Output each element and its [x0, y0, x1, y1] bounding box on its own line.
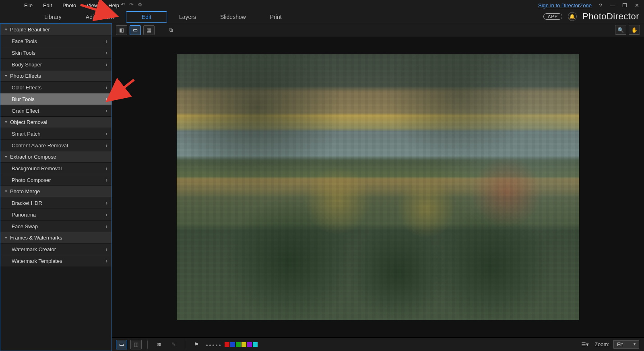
view-compare-icon[interactable]: ◧: [116, 25, 127, 35]
sidebar-group-header[interactable]: ▼Object Removal: [0, 116, 111, 128]
sidebar-item[interactable]: Watermark Creator›: [0, 243, 111, 255]
chevron-right-icon: ›: [105, 211, 107, 218]
flag-icon[interactable]: ⚑: [191, 340, 202, 349]
view-mode-split-icon[interactable]: ◫: [130, 340, 142, 349]
sidebar-item[interactable]: Photo Composer›: [0, 174, 111, 186]
chevron-right-icon: ›: [105, 84, 107, 91]
color-swatch[interactable]: [253, 342, 258, 347]
zoom-value: Fit: [617, 341, 623, 347]
rating-dots[interactable]: [205, 341, 221, 347]
sidebar-item[interactable]: Content Aware Removal›: [0, 139, 111, 151]
sidebar-item-label: Panorama: [12, 212, 36, 218]
pan-tool-icon[interactable]: ✋: [629, 25, 640, 35]
redo-icon[interactable]: ↷: [129, 2, 134, 8]
sidebar-item-label: Content Aware Removal: [12, 142, 68, 149]
maximize-icon[interactable]: ❐: [621, 2, 628, 8]
sidebar-group-title: People Beautifier: [10, 27, 50, 33]
sidebar-item[interactable]: Background Removal›: [0, 162, 111, 174]
sidebar-item[interactable]: Blur Tools›: [0, 93, 111, 105]
sidebar-group-title: Photo Merge: [10, 188, 40, 194]
chevron-right-icon: ›: [105, 61, 107, 68]
color-swatch[interactable]: [236, 342, 241, 347]
canvas-toolbar: ◧ ▭ ▦ ⧉ 🔍 ✋: [112, 23, 644, 37]
menu-edit[interactable]: Edit: [43, 2, 52, 8]
sidebar-item[interactable]: Skin Tools›: [0, 47, 111, 58]
triangle-down-icon: ▼: [4, 120, 8, 124]
filmstrip-toggle-icon[interactable]: ☰▾: [579, 339, 590, 349]
chevron-right-icon: ›: [105, 177, 107, 183]
sidebar-group-header[interactable]: ▼Photo Merge: [0, 186, 111, 197]
secondary-monitor-icon[interactable]: ⧉: [165, 25, 176, 35]
color-swatch[interactable]: [230, 342, 235, 347]
view-mode-normal-icon[interactable]: ▭: [116, 340, 127, 349]
zoom-select[interactable]: Fit ▼: [613, 340, 639, 349]
color-swatch[interactable]: [247, 342, 252, 347]
app-badge[interactable]: APP: [543, 13, 562, 20]
color-swatch[interactable]: [242, 342, 246, 347]
tab-adjustment[interactable]: Adjustment: [74, 11, 126, 23]
sidebar: ▼People BeautifierFace Tools›Skin Tools›…: [0, 23, 112, 351]
view-grid-icon[interactable]: ▦: [143, 25, 155, 35]
chevron-right-icon: ›: [105, 50, 107, 56]
chevron-right-icon: ›: [105, 96, 107, 102]
chevron-right-icon: ›: [105, 38, 107, 44]
sidebar-item-label: Face Swap: [12, 223, 38, 229]
menubar: File Edit Photo View Help ↶ ↷ ⚙ Sign in …: [0, 0, 644, 10]
chevron-right-icon: ›: [105, 142, 107, 149]
sidebar-item-label: Color Effects: [12, 85, 41, 91]
sidebar-item[interactable]: Grain Effect›: [0, 105, 111, 116]
tab-edit[interactable]: Edit: [126, 11, 167, 23]
signin-link[interactable]: Sign in to DirectorZone: [538, 2, 592, 8]
sidebar-item-label: Bracket HDR: [12, 200, 42, 206]
sidebar-group-title: Photo Effects: [10, 73, 41, 79]
sidebar-item[interactable]: Bracket HDR›: [0, 197, 111, 209]
gear-icon[interactable]: ⚙: [138, 2, 142, 8]
quick-tools: ↶ ↷ ⚙: [121, 2, 142, 8]
sidebar-group-header[interactable]: ▼Frames & Watermarks: [0, 232, 111, 243]
tab-library[interactable]: Library: [32, 11, 74, 23]
sidebar-item-label: Photo Composer: [12, 177, 51, 183]
sidebar-group-title: Frames & Watermarks: [10, 235, 62, 241]
sidebar-item[interactable]: Watermark Templates›: [0, 255, 111, 266]
histogram-icon[interactable]: ≋: [153, 340, 165, 349]
chevron-right-icon: ›: [105, 165, 107, 171]
sidebar-item-label: Watermark Creator: [12, 246, 56, 252]
sidebar-item-label: Grain Effect: [12, 108, 39, 114]
sidebar-group-header[interactable]: ▼Extract or Compose: [0, 151, 111, 162]
sidebar-item-label: Background Removal: [12, 165, 62, 171]
sidebar-group-header[interactable]: ▼Photo Effects: [0, 70, 111, 81]
sidebar-group-header[interactable]: ▼People Beautifier: [0, 24, 111, 35]
help-icon[interactable]: ?: [597, 2, 604, 8]
sidebar-item-label: Watermark Templates: [12, 258, 62, 264]
tab-slideshow[interactable]: Slideshow: [208, 11, 258, 23]
zoom-label: Zoom:: [594, 341, 609, 347]
brush-icon[interactable]: ✎: [168, 340, 179, 349]
color-swatch[interactable]: [225, 342, 229, 347]
minimize-icon[interactable]: —: [609, 2, 616, 8]
zoom-tool-icon[interactable]: 🔍: [615, 25, 626, 35]
sidebar-group-title: Object Removal: [10, 119, 47, 125]
sidebar-item[interactable]: Face Tools›: [0, 35, 111, 47]
brand-label: PhotoDirector: [582, 11, 639, 22]
triangle-down-icon: ▼: [4, 74, 8, 78]
sidebar-item-label: Skin Tools: [12, 50, 35, 56]
undo-icon[interactable]: ↶: [121, 2, 125, 8]
close-icon[interactable]: ✕: [634, 2, 640, 8]
canvas-viewport[interactable]: [112, 37, 644, 337]
notification-icon[interactable]: 🔔: [568, 12, 577, 21]
chevron-right-icon: ›: [105, 130, 107, 137]
menu-help[interactable]: Help: [108, 2, 119, 8]
sidebar-item[interactable]: Face Swap›: [0, 220, 111, 232]
sidebar-item[interactable]: Panorama›: [0, 209, 111, 220]
tab-layers[interactable]: Layers: [167, 11, 208, 23]
menu-photo[interactable]: Photo: [62, 2, 76, 8]
sidebar-item[interactable]: Color Effects›: [0, 81, 111, 93]
menu-view[interactable]: View: [87, 2, 98, 8]
view-single-icon[interactable]: ▭: [130, 25, 141, 35]
sidebar-item[interactable]: Body Shaper›: [0, 58, 111, 70]
color-labels: [225, 342, 258, 347]
menu-file[interactable]: File: [24, 2, 33, 8]
tab-print[interactable]: Print: [258, 11, 294, 23]
sidebar-item[interactable]: Smart Patch›: [0, 128, 111, 139]
sidebar-item-label: Body Shaper: [12, 62, 42, 68]
